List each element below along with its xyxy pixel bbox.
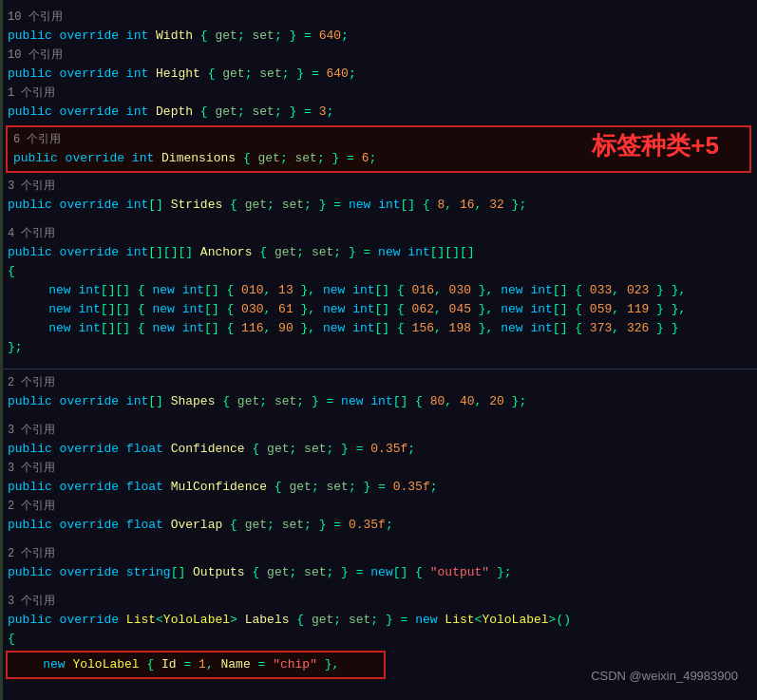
punct: = bbox=[251, 656, 273, 673]
line: { bbox=[0, 262, 757, 281]
accessor: set bbox=[304, 564, 326, 581]
ref-count: 3 个引用 bbox=[8, 178, 55, 195]
number: 3 bbox=[319, 104, 327, 121]
class-name: List bbox=[126, 612, 156, 629]
punct: { bbox=[200, 104, 216, 121]
keyword: new bbox=[415, 612, 445, 629]
keyword: override bbox=[60, 612, 126, 629]
accessor: set bbox=[326, 479, 348, 496]
property: Dimensions bbox=[161, 150, 243, 167]
keyword: int bbox=[126, 244, 148, 261]
property: MulConfidence bbox=[171, 479, 274, 496]
property: Depth bbox=[156, 104, 200, 121]
keyword: int bbox=[352, 282, 374, 299]
line: 3 个引用 bbox=[0, 459, 757, 478]
line: }; bbox=[0, 338, 757, 357]
punct: }, bbox=[471, 301, 501, 318]
property: Overlap bbox=[171, 517, 230, 534]
punct bbox=[19, 320, 48, 337]
punct: [][] { bbox=[101, 282, 153, 299]
punct: ; bbox=[237, 104, 253, 121]
punct: ; bbox=[430, 479, 438, 496]
ref-count: 2 个引用 bbox=[8, 498, 55, 515]
keyword: int bbox=[352, 320, 374, 337]
watermark: CSDN @weixin_49983900 bbox=[591, 669, 738, 683]
punct: }, bbox=[293, 301, 323, 318]
keyword: override bbox=[60, 441, 126, 458]
punct: [] { bbox=[375, 282, 412, 299]
property: Width bbox=[156, 28, 200, 45]
punct: }, bbox=[317, 656, 339, 673]
punct: { bbox=[243, 150, 258, 167]
punct: , bbox=[445, 197, 460, 214]
line: 4 个引用 bbox=[0, 224, 757, 243]
punct: , bbox=[206, 656, 221, 673]
number: 20 bbox=[489, 393, 504, 410]
keyword: new bbox=[43, 656, 72, 673]
punct: { bbox=[230, 197, 245, 214]
line: public override int[][][] Anchors { get;… bbox=[0, 243, 757, 262]
keyword: int bbox=[126, 104, 156, 121]
punct: ; bbox=[386, 517, 393, 534]
accessor: get bbox=[289, 479, 311, 496]
property: Id bbox=[161, 656, 177, 673]
punct: ; bbox=[280, 150, 295, 167]
punct: ; bbox=[407, 441, 415, 458]
line bbox=[0, 357, 757, 367]
number: 0.35f bbox=[393, 479, 430, 496]
keyword: new bbox=[323, 301, 352, 318]
line: 10 个引用 bbox=[0, 8, 757, 27]
number: 373 bbox=[590, 320, 612, 337]
line bbox=[0, 411, 757, 421]
punct: [] { bbox=[553, 301, 590, 318]
punct: { bbox=[8, 263, 15, 280]
punct: [][][] bbox=[148, 244, 200, 261]
number: 640 bbox=[327, 66, 349, 83]
line: public override float Confidence { get; … bbox=[0, 440, 757, 459]
punct: >() bbox=[549, 612, 571, 629]
keyword: int bbox=[182, 301, 204, 318]
keyword: int bbox=[78, 320, 100, 337]
punct: , bbox=[445, 393, 460, 410]
punct: ; bbox=[267, 197, 282, 214]
separator bbox=[0, 369, 757, 369]
line: public override int Width { get; set; } … bbox=[0, 27, 757, 46]
keyword: override bbox=[60, 104, 126, 121]
keyword: new bbox=[48, 301, 78, 318]
punct: { bbox=[146, 656, 161, 673]
punct: }, bbox=[471, 282, 501, 299]
number: 640 bbox=[319, 28, 341, 45]
keyword: public bbox=[8, 66, 60, 83]
keyword: override bbox=[60, 564, 126, 581]
keyword: float bbox=[126, 441, 171, 458]
punct: }; bbox=[8, 339, 23, 356]
punct: , bbox=[264, 301, 279, 318]
accessor: get bbox=[267, 564, 289, 581]
line: 1 个引用 bbox=[0, 84, 757, 103]
property: Height bbox=[156, 66, 208, 83]
line: public override int[] Shapes { get; set;… bbox=[0, 392, 757, 411]
keyword: int bbox=[352, 301, 374, 318]
punct: ; bbox=[333, 612, 349, 629]
punct: { bbox=[230, 517, 245, 534]
keyword: public bbox=[8, 612, 60, 629]
accessor: set bbox=[295, 150, 317, 167]
keyword: new bbox=[48, 282, 78, 299]
keyword: override bbox=[60, 66, 126, 83]
punct: { bbox=[8, 631, 15, 648]
punct: [] bbox=[171, 564, 193, 581]
ref-count: 3 个引用 bbox=[8, 460, 55, 477]
highlighted-yololabel-block: new YoloLabel { Id = 1, Name = "chip" }, bbox=[6, 651, 386, 679]
punct: ; bbox=[259, 393, 274, 410]
ref-count: 6 个引用 bbox=[13, 131, 61, 148]
punct: [] { bbox=[375, 320, 412, 337]
keyword: int bbox=[78, 282, 100, 299]
number: 61 bbox=[278, 301, 293, 318]
punct: [] bbox=[148, 197, 170, 214]
string-value: "chip" bbox=[273, 656, 317, 673]
punct: [] { bbox=[393, 393, 430, 410]
punct: ; } = bbox=[370, 612, 415, 629]
punct: , bbox=[434, 320, 449, 337]
punct: [] { bbox=[553, 282, 590, 299]
punct: [] { bbox=[204, 301, 241, 318]
